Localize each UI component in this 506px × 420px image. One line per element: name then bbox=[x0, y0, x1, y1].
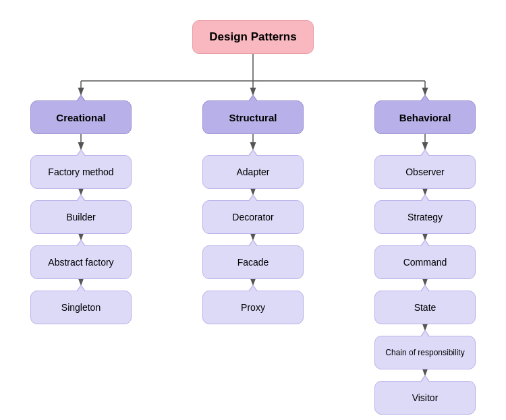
category-behavioral: Behavioral bbox=[374, 100, 476, 134]
item-chain-of-responsibility: Chain of responsibility bbox=[374, 336, 476, 369]
root-node: Design Patterns bbox=[192, 20, 314, 54]
item-proxy: Proxy bbox=[202, 291, 304, 324]
item-singleton: Singleton bbox=[30, 291, 132, 324]
item-strategy: Strategy bbox=[374, 200, 476, 234]
item-factory-method: Factory method bbox=[30, 155, 132, 189]
item-decorator: Decorator bbox=[202, 200, 304, 234]
category-behavioral-label: Behavioral bbox=[399, 112, 451, 123]
category-structural: Structural bbox=[202, 100, 304, 134]
item-abstract-factory: Abstract factory bbox=[30, 245, 132, 279]
item-observer: Observer bbox=[374, 155, 476, 189]
item-state: State bbox=[374, 291, 476, 324]
item-command: Command bbox=[374, 245, 476, 279]
item-facade: Facade bbox=[202, 245, 304, 279]
category-structural-label: Structural bbox=[229, 112, 277, 123]
root-label: Design Patterns bbox=[209, 30, 296, 44]
item-adapter: Adapter bbox=[202, 155, 304, 189]
category-creational-label: Creational bbox=[56, 112, 105, 123]
diagram: Design Patterns Creational Structural Be… bbox=[0, 0, 506, 420]
item-visitor: Visitor bbox=[374, 381, 476, 415]
category-creational: Creational bbox=[30, 100, 132, 134]
item-builder: Builder bbox=[30, 200, 132, 234]
